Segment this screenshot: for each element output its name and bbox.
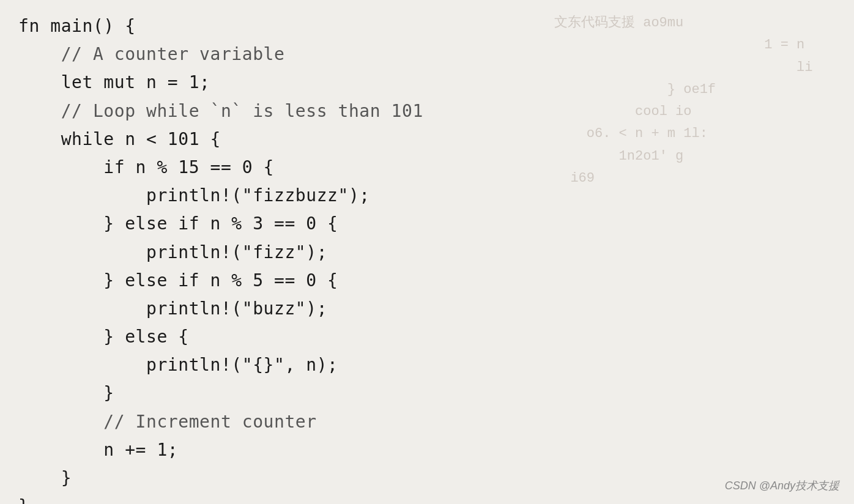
attribution: CSDN @Andy技术支援 [725,478,839,493]
code-line: fn main() { [18,12,836,40]
code-line: println!("{}", n); [18,351,836,379]
code-line: } [18,464,836,492]
code-line: n += 1; [18,436,836,464]
code-line: // Loop while `n` is less than 101 [18,97,836,125]
code-line: let mut n = 1; [18,69,836,97]
code-line: } else if n % 3 == 0 { [18,210,836,238]
code-block: fn main() { // A counter variable let mu… [18,12,836,504]
code-line: if n % 15 == 0 { [18,154,836,182]
code-container: fn main() { // A counter variable let mu… [0,0,854,504]
code-line: println!("fizzbuzz"); [18,182,836,210]
code-line: println!("buzz"); [18,295,836,323]
code-line: } [18,492,836,504]
code-line: // A counter variable [18,40,836,69]
code-line: } else if n % 5 == 0 { [18,267,836,295]
code-line: } else { [18,323,836,351]
code-line: } [18,379,836,407]
code-line: // Increment counter [18,408,836,436]
code-line: while n < 101 { [18,125,836,154]
code-line: println!("fizz"); [18,239,836,267]
